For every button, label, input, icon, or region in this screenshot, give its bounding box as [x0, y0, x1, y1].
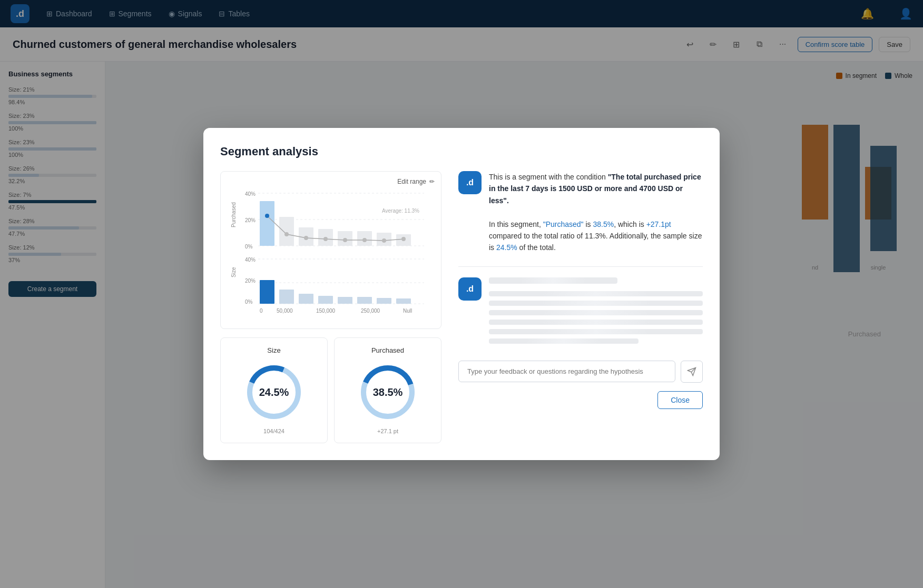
skeleton-line-5 [489, 320, 703, 325]
svg-rect-41 [338, 297, 352, 304]
svg-rect-37 [260, 280, 274, 304]
modal-right-panel: .d This is a segment with the condition … [458, 171, 703, 443]
size-card: Size 24.5% 104/424 [220, 337, 328, 443]
svg-rect-42 [357, 297, 372, 304]
svg-rect-40 [318, 296, 333, 304]
size-donut-value: 24.5% [259, 386, 289, 398]
main-analysis-block: .d This is a segment with the condition … [458, 171, 703, 254]
svg-point-24 [323, 237, 328, 241]
diff-highlight: +27.1pt [646, 220, 671, 228]
svg-point-26 [362, 238, 367, 242]
svg-text:0: 0 [260, 308, 263, 314]
svg-point-22 [284, 232, 289, 236]
svg-rect-38 [279, 290, 294, 304]
svg-text:40%: 40% [245, 191, 256, 197]
size-donut: 24.5% [242, 361, 306, 424]
skeleton-line-7 [489, 338, 639, 344]
purchased-card: Purchased 38.5% +27.1 pt [334, 337, 441, 443]
analysis-header: .d This is a segment with the condition … [458, 171, 703, 254]
analysis-text: This is a segment with the condition "Th… [489, 171, 703, 254]
svg-text:Purchased: Purchased [231, 202, 237, 227]
purchased-card-title: Purchased [343, 346, 433, 354]
skeleton-line-1 [489, 277, 617, 284]
skeleton-line-2 [489, 291, 703, 296]
svg-text:Size: Size [231, 267, 237, 277]
purchased-donut: 38.5% [356, 361, 419, 424]
size-highlight: 24.5% [496, 243, 517, 252]
svg-rect-43 [377, 298, 391, 304]
modal-title: Segment analysis [220, 145, 703, 158]
main-chart-container: Edit range ✏ 40% 20% 0% Purchased [220, 171, 441, 329]
svg-text:40%: 40% [245, 257, 256, 263]
pct-highlight: 38.5% [593, 220, 614, 228]
mini-cards: Size 24.5% 104/424 Purchased [220, 337, 441, 443]
purchased-card-sub: +27.1 pt [343, 428, 433, 434]
distribution-chart-svg: 40% 20% 0% Purchased [229, 180, 429, 317]
size-card-sub: 104/424 [229, 428, 319, 434]
feedback-input[interactable] [458, 361, 675, 382]
svg-rect-39 [299, 294, 313, 304]
analysis-icon: .d [458, 171, 482, 194]
skeleton-line-6 [489, 329, 703, 334]
segment-analysis-modal: Segment analysis Edit range ✏ 40% 20% 0% [203, 128, 720, 460]
svg-text:20%: 20% [245, 278, 256, 284]
svg-rect-44 [396, 298, 411, 304]
secondary-analysis-icon: .d [458, 277, 482, 301]
divider [458, 266, 703, 267]
secondary-analysis-block: .d [458, 277, 703, 348]
skeleton-line-3 [489, 301, 703, 306]
skeleton-line-4 [489, 310, 703, 315]
secondary-analysis-header: .d [458, 277, 703, 348]
size-card-title: Size [229, 346, 319, 354]
send-feedback-button[interactable] [681, 361, 703, 383]
edit-range-button[interactable]: Edit range ✏ [397, 178, 435, 185]
modal-footer: Close [458, 391, 703, 409]
edit-range-icon: ✏ [429, 178, 435, 185]
close-button[interactable]: Close [657, 391, 703, 409]
svg-rect-14 [279, 217, 294, 246]
svg-text:150,000: 150,000 [316, 308, 336, 314]
svg-point-23 [304, 236, 308, 240]
modal-left-panel: Edit range ✏ 40% 20% 0% Purchased [220, 171, 441, 443]
svg-text:0%: 0% [245, 299, 253, 305]
skeleton-content [489, 277, 703, 348]
svg-rect-13 [260, 201, 274, 246]
svg-text:20%: 20% [245, 217, 256, 223]
modal-body: Edit range ✏ 40% 20% 0% Purchased [220, 171, 703, 443]
svg-text:Null: Null [403, 308, 412, 314]
feedback-area [458, 361, 703, 383]
svg-point-28 [401, 237, 406, 241]
svg-text:Average: 11.3%: Average: 11.3% [382, 208, 419, 214]
svg-point-21 [265, 214, 269, 218]
modal-overlay: Segment analysis Edit range ✏ 40% 20% 0% [0, 0, 923, 588]
svg-point-27 [382, 238, 386, 243]
svg-text:0%: 0% [245, 244, 253, 250]
purchased-donut-value: 38.5% [373, 386, 403, 398]
svg-text:250,000: 250,000 [361, 308, 380, 314]
purchased-highlight: "Purchased" [543, 220, 584, 228]
svg-text:50,000: 50,000 [277, 308, 293, 314]
svg-point-25 [343, 238, 347, 242]
